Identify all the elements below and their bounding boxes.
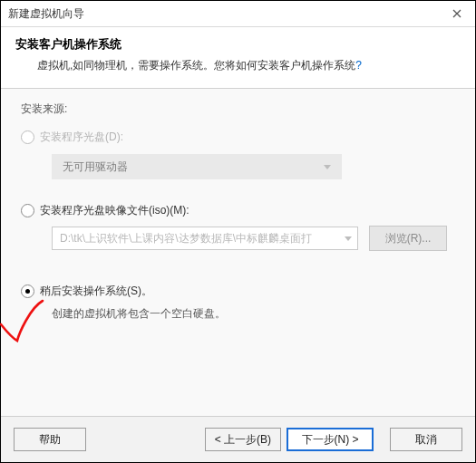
footer: 帮助 < 上一步(B) 下一步(N) > 取消 xyxy=(1,416,475,462)
option-iso[interactable]: 安装程序光盘映像文件(iso)(M): D:\tk\上识软件\上课内容\达梦数据… xyxy=(21,203,455,251)
titlebar: 新建虚拟机向导 xyxy=(1,1,475,27)
option-disc-label: 安装程序光盘(D): xyxy=(40,130,123,145)
drive-dropdown-text: 无可用驱动器 xyxy=(63,159,128,175)
browse-button[interactable]: 浏览(R)... xyxy=(369,226,447,251)
help-button-label: 帮助 xyxy=(39,432,61,448)
header-subtitle: 虚拟机,如同物理机，需要操作系统。您将如何安装客户机操作系统? xyxy=(37,58,461,73)
browse-button-label: 浏览(R)... xyxy=(385,231,432,246)
cancel-button-label: 取消 xyxy=(415,432,437,448)
header-subtitle-text: 虚拟机,如同物理机，需要操作系统。您将如何安装客户机操作系统 xyxy=(37,59,355,72)
radio-later[interactable] xyxy=(21,285,34,298)
body: 安装来源: 安装程序光盘(D): 无可用驱动器 安装程序光盘映像文件(iso)(… xyxy=(1,89,475,416)
help-button[interactable]: 帮助 xyxy=(14,428,86,451)
header: 安装客户机操作系统 虚拟机,如同物理机，需要操作系统。您将如何安装客户机操作系统… xyxy=(1,27,475,89)
header-subtitle-q: ? xyxy=(355,59,362,72)
next-button-label: 下一步(N) > xyxy=(302,432,359,448)
cancel-button[interactable]: 取消 xyxy=(390,428,462,451)
source-label: 安装来源: xyxy=(21,101,455,117)
back-button[interactable]: < 上一步(B) xyxy=(205,428,281,451)
radio-iso[interactable] xyxy=(21,204,34,217)
option-later[interactable]: 稍后安装操作系统(S)。 创建的虚拟机将包含一个空白硬盘。 xyxy=(21,284,455,322)
close-icon xyxy=(452,9,461,18)
iso-path-text: D:\tk\上识软件\上课内容\达梦数据库\中标麒麟桌面打 xyxy=(60,231,312,246)
wizard-window: 新建虚拟机向导 安装客户机操作系统 虚拟机,如同物理机，需要操作系统。您将如何安… xyxy=(0,0,476,463)
close-button[interactable] xyxy=(439,1,475,26)
back-button-label: < 上一步(B) xyxy=(215,432,271,448)
header-title: 安装客户机操作系统 xyxy=(15,36,461,53)
next-button[interactable]: 下一步(N) > xyxy=(287,428,374,451)
option-iso-label: 安装程序光盘映像文件(iso)(M): xyxy=(40,203,189,218)
option-later-desc: 创建的虚拟机将包含一个空白硬盘。 xyxy=(52,306,455,322)
drive-dropdown: 无可用驱动器 xyxy=(52,154,342,179)
option-disc: 安装程序光盘(D): 无可用驱动器 xyxy=(21,130,455,179)
option-later-label: 稍后安装操作系统(S)。 xyxy=(40,284,152,299)
radio-disc xyxy=(21,130,34,144)
window-title: 新建虚拟机向导 xyxy=(8,6,84,22)
iso-path-input[interactable]: D:\tk\上识软件\上课内容\达梦数据库\中标麒麟桌面打 xyxy=(52,227,358,250)
